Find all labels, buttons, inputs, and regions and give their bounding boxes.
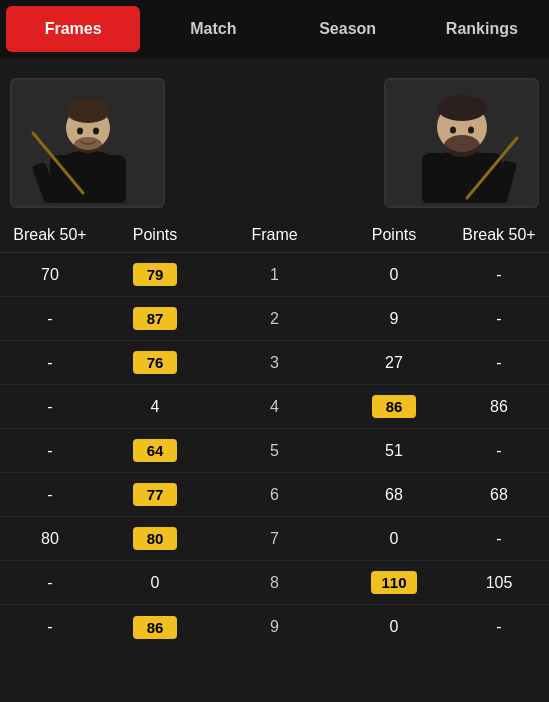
- table-row: -7766868: [0, 473, 549, 517]
- column-headers: Break 50+ Points Frame Points Break 50+: [0, 218, 549, 253]
- table-row: 808070-: [0, 517, 549, 561]
- table-row: -64551-: [0, 429, 549, 473]
- svg-point-3: [66, 99, 110, 123]
- nav-tabs: Frames Match Season Rankings: [0, 0, 549, 58]
- table-row: -8690-: [0, 605, 549, 649]
- svg-point-9: [74, 137, 102, 153]
- svg-point-8: [93, 128, 99, 135]
- points-badge: 80: [133, 527, 177, 550]
- player-left-photo: [10, 78, 165, 208]
- frame-data-table: 707910--8729--76327--448686-64551--77668…: [0, 253, 549, 649]
- header-frame: Frame: [210, 226, 339, 244]
- svg-point-17: [450, 127, 456, 134]
- table-row: -8729-: [0, 297, 549, 341]
- svg-point-19: [444, 135, 480, 157]
- svg-rect-4: [50, 155, 126, 203]
- player-right-photo: [384, 78, 539, 208]
- points-badge: 77: [133, 483, 177, 506]
- svg-point-13: [437, 95, 487, 121]
- points-badge: 64: [133, 439, 177, 462]
- table-row: 707910-: [0, 253, 549, 297]
- svg-rect-14: [422, 153, 502, 203]
- tab-season[interactable]: Season: [281, 0, 415, 58]
- table-row: -76327-: [0, 341, 549, 385]
- header-points-left: Points: [100, 226, 210, 244]
- points-badge: 76: [133, 351, 177, 374]
- tab-match[interactable]: Match: [146, 0, 280, 58]
- header-break-right: Break 50+: [449, 226, 549, 244]
- table-row: -08110105: [0, 561, 549, 605]
- points-badge: 86: [133, 616, 177, 639]
- header-points-right: Points: [339, 226, 449, 244]
- table-row: -448686: [0, 385, 549, 429]
- players-row: [0, 58, 549, 218]
- svg-point-7: [77, 128, 83, 135]
- points-badge: 110: [371, 571, 416, 594]
- tab-rankings[interactable]: Rankings: [415, 0, 549, 58]
- points-badge: 86: [372, 395, 416, 418]
- points-badge: 79: [133, 263, 177, 286]
- header-break-left: Break 50+: [0, 226, 100, 244]
- tab-frames[interactable]: Frames: [6, 6, 140, 52]
- svg-point-18: [468, 127, 474, 134]
- points-badge: 87: [133, 307, 177, 330]
